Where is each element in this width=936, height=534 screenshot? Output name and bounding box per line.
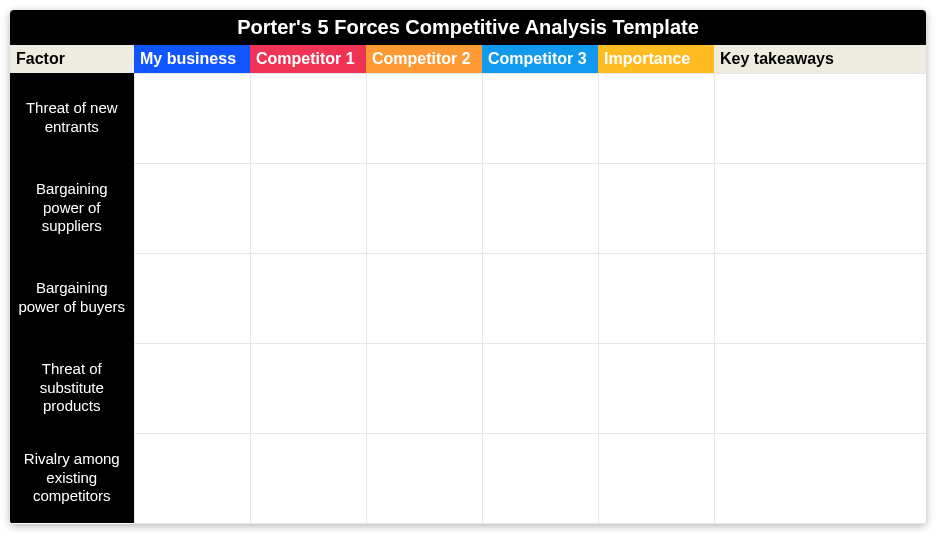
row-label: Bargaining power of buyers: [10, 253, 134, 343]
cell-takeaways[interactable]: [714, 253, 926, 343]
header-my-business: My business: [134, 45, 250, 73]
row-label: Bargaining power of suppliers: [10, 163, 134, 253]
cell-competitor1[interactable]: [250, 163, 366, 253]
cell-importance[interactable]: [598, 433, 714, 523]
header-takeaways: Key takeaways: [714, 45, 926, 73]
table-row: Rivalry among existing competitors: [10, 433, 926, 523]
cell-competitor1[interactable]: [250, 433, 366, 523]
cell-takeaways[interactable]: [714, 73, 926, 163]
cell-importance[interactable]: [598, 253, 714, 343]
header-competitor3: Competitor 3: [482, 45, 598, 73]
table-title: Porter's 5 Forces Competitive Analysis T…: [10, 10, 926, 45]
cell-competitor2[interactable]: [366, 253, 482, 343]
cell-competitor2[interactable]: [366, 343, 482, 433]
cell-competitor3[interactable]: [482, 163, 598, 253]
table-row: Threat of new entrants: [10, 73, 926, 163]
cell-importance[interactable]: [598, 163, 714, 253]
cell-competitor1[interactable]: [250, 343, 366, 433]
cell-competitor3[interactable]: [482, 433, 598, 523]
header-factor: Factor: [10, 45, 134, 73]
cell-competitor2[interactable]: [366, 163, 482, 253]
cell-takeaways[interactable]: [714, 343, 926, 433]
analysis-table-container: Porter's 5 Forces Competitive Analysis T…: [10, 10, 926, 524]
row-label: Threat of new entrants: [10, 73, 134, 163]
cell-my-business[interactable]: [134, 433, 250, 523]
table-header-row: Factor My business Competitor 1 Competit…: [10, 45, 926, 73]
cell-competitor3[interactable]: [482, 343, 598, 433]
cell-my-business[interactable]: [134, 73, 250, 163]
cell-competitor2[interactable]: [366, 433, 482, 523]
cell-competitor3[interactable]: [482, 73, 598, 163]
cell-competitor1[interactable]: [250, 73, 366, 163]
cell-competitor2[interactable]: [366, 73, 482, 163]
row-label: Rivalry among existing competitors: [10, 433, 134, 523]
table-row: Bargaining power of buyers: [10, 253, 926, 343]
cell-my-business[interactable]: [134, 343, 250, 433]
cell-importance[interactable]: [598, 73, 714, 163]
cell-my-business[interactable]: [134, 253, 250, 343]
table-row: Threat of substitute products: [10, 343, 926, 433]
cell-competitor1[interactable]: [250, 253, 366, 343]
header-competitor2: Competitor 2: [366, 45, 482, 73]
analysis-table: Porter's 5 Forces Competitive Analysis T…: [10, 10, 926, 524]
table-title-row: Porter's 5 Forces Competitive Analysis T…: [10, 10, 926, 45]
cell-takeaways[interactable]: [714, 433, 926, 523]
cell-my-business[interactable]: [134, 163, 250, 253]
cell-competitor3[interactable]: [482, 253, 598, 343]
row-label: Threat of substitute products: [10, 343, 134, 433]
cell-importance[interactable]: [598, 343, 714, 433]
cell-takeaways[interactable]: [714, 163, 926, 253]
header-competitor1: Competitor 1: [250, 45, 366, 73]
header-importance: Importance: [598, 45, 714, 73]
table-row: Bargaining power of suppliers: [10, 163, 926, 253]
